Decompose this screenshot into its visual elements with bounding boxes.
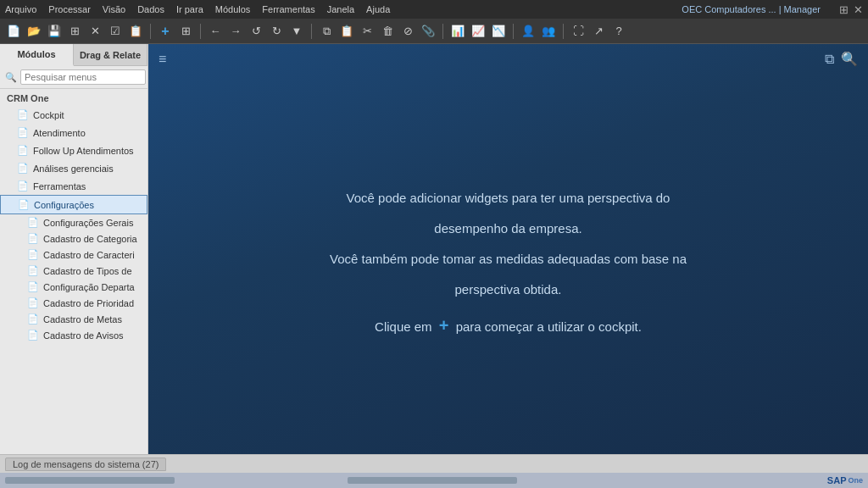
toolbar-refresh[interactable]: ↺	[248, 23, 264, 40]
toolbar-icon26[interactable]: 👥	[540, 23, 557, 40]
sidebar-sub-cadastro-categoria[interactable]: 📄 Cadastro de Categoria	[0, 230, 147, 247]
toolbar-icon4[interactable]: ⊞	[66, 23, 83, 40]
config-gerais-label: Configurações Gerais	[43, 218, 133, 228]
tab-drag[interactable]: Drag & Relate	[74, 44, 147, 65]
toolbar-icon25[interactable]: 👤	[520, 23, 537, 40]
menu-modulos[interactable]: Módulos	[215, 4, 251, 14]
configuracoes-icon: 📄	[18, 199, 30, 210]
welcome-line5: Clique em + para começar a utilizar o co…	[330, 305, 687, 346]
toolbar-icon28[interactable]: ↗	[590, 23, 607, 40]
cadastro-metas-label: Cadastro de Metas	[43, 314, 122, 324]
status-seg2	[348, 477, 517, 484]
sidebar-item-analises[interactable]: 📄 Análises gerenciais	[0, 159, 147, 177]
toolbar: 📄 📂 💾 ⊞ ✕ ☑ 📋 + ⊞ ← → ↺ ↻ ▼ ⧉ 📋 ✂ 🗑 ⊘ 📎 …	[0, 19, 868, 44]
status-bar: SAP One	[0, 473, 868, 488]
menu-janela[interactable]: Janela	[327, 4, 354, 14]
toolbar-forward[interactable]: →	[227, 23, 244, 40]
configuracoes-label: Configurações	[34, 200, 94, 210]
sidebar-sub-config-gerais[interactable]: 📄 Configurações Gerais	[0, 214, 147, 230]
toolbar-icon22[interactable]: 📊	[449, 23, 466, 40]
toolbar-icon21[interactable]: 📎	[420, 23, 437, 40]
toolbar-grid[interactable]: ⊞	[177, 23, 194, 40]
sidebar-sub-cadastro-metas[interactable]: 📄 Cadastro de Metas	[0, 311, 147, 327]
sidebar-tabs: Módulos Drag & Relate	[0, 44, 147, 66]
window-controls: ⊞ ✕	[839, 3, 863, 16]
toolbar-back[interactable]: ←	[207, 23, 224, 40]
status-seg1	[5, 477, 175, 484]
plus-icon: +	[439, 316, 449, 335]
crm-group-label: CRM One	[7, 93, 49, 103]
atendimento-icon: 📄	[17, 127, 29, 138]
followup-icon: 📄	[17, 145, 29, 156]
toolbar-sep6	[563, 24, 564, 39]
followup-label: Follow Up Atendimentos	[33, 146, 134, 156]
toolbar-help[interactable]: ?	[610, 23, 627, 40]
sidebar-search-bar: 🔍 🔍	[0, 66, 147, 89]
cadastro-prio-label: Cadastro de Prioridad	[43, 298, 134, 308]
sidebar-item-cockpit[interactable]: 📄 Cockpit	[0, 106, 147, 124]
sidebar-sub-cadastro-caract[interactable]: 📄 Cadastro de Caracteri	[0, 247, 147, 263]
welcome-line3: Você também pode tomar as medidas adequa…	[330, 244, 687, 274]
hamburger-icon[interactable]: ≡	[159, 52, 166, 67]
config-dep-icon: 📄	[27, 281, 39, 292]
toolbar-open[interactable]: 📂	[25, 23, 42, 40]
cockpit-icon: 📄	[17, 109, 29, 120]
menu-ferramentas[interactable]: Ferramentas	[262, 4, 314, 14]
sidebar-item-followup[interactable]: 📄 Follow Up Atendimentos	[0, 141, 147, 159]
welcome-line2: desempenho da empresa.	[330, 214, 687, 244]
sidebar-item-ferramentas[interactable]: 📄 Ferramentas	[0, 177, 147, 195]
toolbar-icon7[interactable]: 📋	[127, 23, 144, 40]
toolbar-icon24[interactable]: 📉	[490, 23, 507, 40]
cockpit-label: Cockpit	[33, 110, 64, 120]
tab-modules[interactable]: Módulos	[0, 44, 74, 66]
toolbar-save[interactable]: 💾	[46, 23, 63, 40]
toolbar-cut[interactable]: ✂	[359, 23, 376, 40]
window-title: OEC Computadores ... | Manager	[682, 4, 821, 14]
toolbar-copy[interactable]: ⧉	[318, 23, 335, 40]
content-toolbar-left: ≡	[159, 52, 166, 67]
sidebar-item-configuracoes[interactable]: 📄 Configurações	[0, 195, 147, 214]
welcome-line1: Você pode adicionar widgets para ter uma…	[330, 183, 687, 214]
sidebar-items: CRM One 📄 Cockpit 📄 Atendimento 📄 Follow…	[0, 89, 147, 454]
toolbar-expand[interactable]: ⛶	[570, 23, 587, 40]
content-toolbar: ≡ ⧉ 🔍	[148, 44, 868, 74]
sidebar: Módulos Drag & Relate 🔍 🔍 CRM One 📄 Cock…	[0, 44, 148, 454]
toolbar-sep3	[311, 24, 312, 39]
sidebar-sub-cadastro-tipos[interactable]: 📄 Cadastro de Tipos de	[0, 263, 147, 279]
menu-irpara[interactable]: Ir para	[176, 4, 203, 14]
toolbar-check[interactable]: ☑	[107, 23, 124, 40]
menu-dados[interactable]: Dados	[137, 4, 164, 14]
toolbar-paste[interactable]: 📋	[338, 23, 355, 40]
sidebar-sub-cadastro-avisos[interactable]: 📄 Cadastro de Avisos	[0, 327, 147, 343]
welcome-text: Você pode adicionar widgets para ter uma…	[330, 183, 687, 346]
sap-text: SAP	[827, 475, 847, 485]
toolbar-icon23[interactable]: 📈	[470, 23, 487, 40]
menu-ajuda[interactable]: Ajuda	[366, 4, 390, 14]
toolbar-delete[interactable]: 🗑	[379, 23, 396, 40]
toolbar-new[interactable]: 📄	[5, 23, 22, 40]
search-content-icon[interactable]: 🔍	[841, 51, 858, 67]
cadastro-car-label: Cadastro de Caracteri	[43, 250, 135, 260]
toolbar-close[interactable]: ✕	[86, 23, 103, 40]
toolbar-filter[interactable]: ▼	[288, 23, 305, 40]
search-small-icon: 🔍	[5, 72, 17, 83]
toolbar-add[interactable]: +	[157, 23, 174, 40]
ferramentas-icon: 📄	[17, 180, 29, 191]
cadastro-avisos-label: Cadastro de Avisos	[43, 330, 124, 341]
search-input[interactable]	[20, 69, 146, 85]
menu-visao[interactable]: Visão	[103, 4, 125, 14]
analises-label: Análises gerenciais	[33, 164, 114, 174]
sidebar-sub-config-departa[interactable]: 📄 Configuração Departa	[0, 279, 147, 295]
content-toolbar-right: ⧉ 🔍	[825, 51, 858, 67]
sap-sub: One	[848, 476, 863, 485]
sidebar-item-atendimento[interactable]: 📄 Atendimento	[0, 124, 147, 141]
sidebar-sub-cadastro-priorid[interactable]: 📄 Cadastro de Prioridad	[0, 295, 147, 311]
analises-icon: 📄	[17, 163, 29, 174]
copy-view-icon[interactable]: ⧉	[825, 52, 834, 67]
toolbar-refresh2[interactable]: ↻	[268, 23, 285, 40]
log-tab[interactable]: Log de mensagens do sistema (27)	[5, 458, 166, 471]
toolbar-icon20[interactable]: ⊘	[399, 23, 416, 40]
cadastro-prio-icon: 📄	[27, 297, 39, 308]
menu-processar[interactable]: Processar	[48, 4, 91, 14]
menu-arquivo[interactable]: Arquivo	[5, 4, 36, 14]
